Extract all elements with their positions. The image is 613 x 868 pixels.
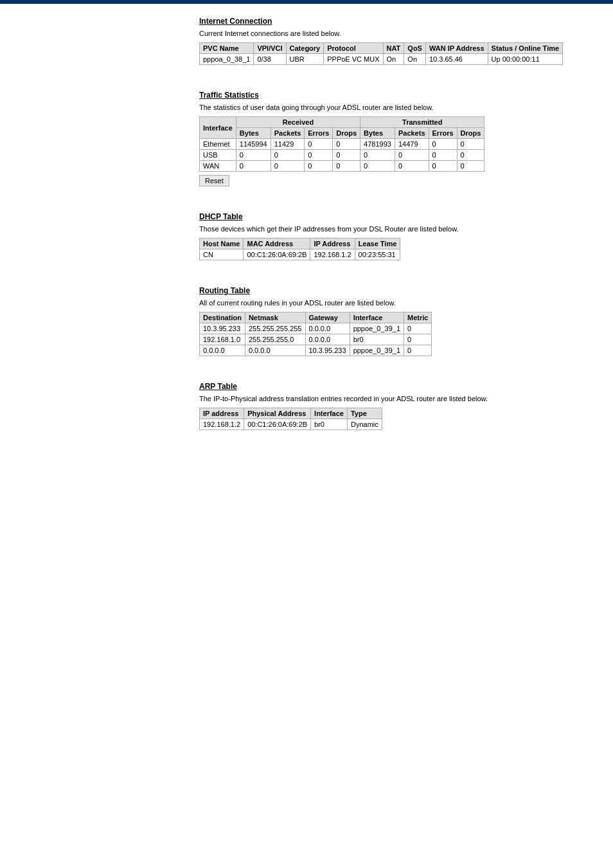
ic-header-category: Category: [286, 43, 324, 54]
ts-subheader-rx-errors: Errors: [305, 128, 333, 139]
reset-button[interactable]: Reset: [199, 175, 229, 186]
arp-table: IP address Physical Address Interface Ty…: [199, 408, 382, 430]
dhcp-header-mac: MAC Address: [244, 239, 310, 249]
internet-connection-desc: Current Internet connections are listed …: [199, 30, 587, 37]
arp-header-interface: Interface: [311, 408, 348, 419]
dhcp-header-ip: IP Address: [310, 239, 355, 249]
routing-table-title: Routing Table: [199, 286, 587, 295]
ts-header-transmitted: Transmitted: [360, 117, 484, 128]
arp-table-title: ARP Table: [199, 382, 587, 391]
ic-header-wanip: WAN IP Address: [425, 43, 488, 54]
ts-subheader-rx-packets: Packets: [271, 128, 305, 139]
dhcp-table-title: DHCP Table: [199, 212, 587, 221]
traffic-statistics-desc: The statistics of user data going throug…: [199, 104, 587, 111]
routing-table-section: Routing Table All of current routing rul…: [199, 286, 587, 356]
ic-header-protocol: Protocol: [324, 43, 383, 54]
ts-header-received: Received: [236, 117, 360, 128]
ic-header-pvcname: PVC Name: [200, 43, 254, 54]
table-row: 0.0.0.00.0.0.010.3.95.233pppoe_0_39_10: [200, 345, 432, 356]
dhcp-table: Host Name MAC Address IP Address Lease T…: [199, 238, 400, 260]
dhcp-table-desc: Those devices which get their IP address…: [199, 225, 587, 233]
rt-header-dest: Destination: [200, 312, 245, 323]
traffic-statistics-section: Traffic Statistics The statistics of use…: [199, 91, 587, 186]
ts-subheader-tx-drops: Drops: [457, 128, 484, 139]
arp-header-type: Type: [347, 408, 382, 419]
ts-header-interface: Interface: [200, 117, 236, 139]
table-row: 10.3.95.233255.255.255.2550.0.0.0pppoe_0…: [200, 323, 432, 334]
ts-subheader-tx-packets: Packets: [395, 128, 429, 139]
ts-subheader-tx-errors: Errors: [429, 128, 457, 139]
table-row: CN00:C1:26:0A:69:2B192.168.1.200:23:55:3…: [200, 249, 400, 260]
table-row: Ethernet1145994114290047819931447900: [200, 139, 484, 150]
table-row: pppoa_0_38_10/38UBRPPPoE VC MUXOnOn10.3.…: [200, 54, 563, 65]
ic-header-status: Status / Online Time: [488, 43, 563, 54]
ic-header-nat: NAT: [383, 43, 404, 54]
traffic-statistics-title: Traffic Statistics: [199, 91, 587, 100]
arp-header-ip: IP address: [200, 408, 244, 419]
table-row: USB00000000: [200, 150, 484, 161]
ts-subheader-tx-bytes: Bytes: [360, 128, 395, 139]
rt-header-interface: Interface: [350, 312, 404, 323]
rt-header-metric: Metric: [404, 312, 432, 323]
internet-connection-section: Internet Connection Current Internet con…: [199, 17, 587, 65]
routing-table: Destination Netmask Gateway Interface Me…: [199, 312, 432, 356]
internet-connection-table: PVC Name VPI/VCI Category Protocol NAT Q…: [199, 42, 563, 65]
ts-subheader-rx-drops: Drops: [333, 128, 360, 139]
rt-header-gateway: Gateway: [305, 312, 350, 323]
dhcp-header-hostname: Host Name: [200, 239, 244, 249]
arp-table-section: ARP Table The IP-to-Physical address tra…: [199, 382, 587, 430]
dhcp-header-lease: Lease Time: [355, 239, 400, 249]
ic-header-vpivci: VPI/VCI: [254, 43, 286, 54]
dhcp-table-section: DHCP Table Those devices which get their…: [199, 212, 587, 260]
table-row: 192.168.1.0255.255.255.00.0.0.0br00: [200, 334, 432, 345]
traffic-statistics-table: Interface Received Transmitted Bytes Pac…: [199, 116, 484, 172]
arp-table-desc: The IP-to-Physical address translation e…: [199, 395, 587, 402]
ic-header-qos: QoS: [404, 43, 426, 54]
arp-header-physical: Physical Address: [244, 408, 311, 419]
ts-subheader-rx-bytes: Bytes: [236, 128, 271, 139]
table-row: 192.168.1.200:C1:26:0A:69:2Bbr0Dynamic: [200, 419, 382, 430]
routing-table-desc: All of current routing rules in your ADS…: [199, 299, 587, 307]
internet-connection-title: Internet Connection: [199, 17, 587, 26]
rt-header-netmask: Netmask: [245, 312, 305, 323]
table-row: WAN00000000: [200, 161, 484, 172]
